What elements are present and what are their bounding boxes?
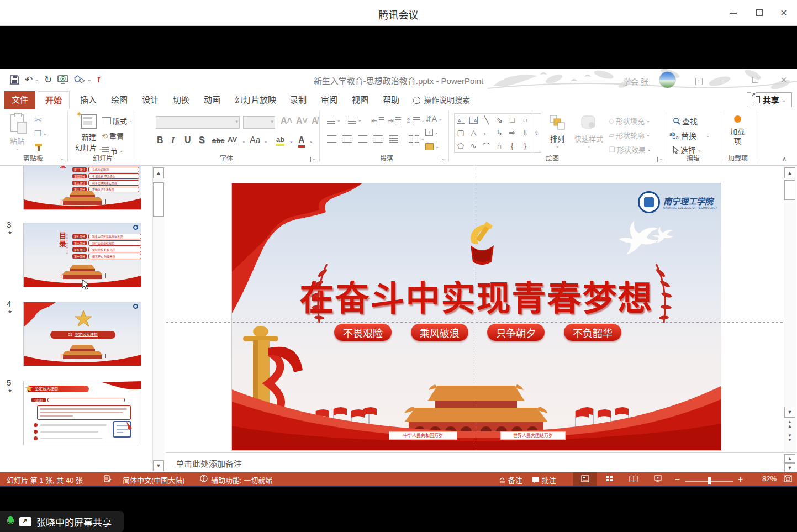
paragraph-dialog-launcher[interactable]: ⌄: [440, 157, 445, 162]
zoom-out-button[interactable]: −: [675, 475, 680, 484]
text-shadow-button[interactable]: S: [199, 135, 205, 145]
thumbnail-slide-3[interactable]: 目录 CONTENTS 第七部分铸牢中华民族共同体意识 第八部分践行公民道德规范…: [23, 223, 141, 287]
rounded-rectangle-shape[interactable]: ▢: [455, 127, 467, 139]
account-name[interactable]: 学会 张: [623, 76, 648, 87]
thumbnail-scroll-up-button[interactable]: ▲: [153, 167, 164, 178]
right-brace-shape[interactable]: }: [519, 140, 531, 152]
previous-slide-button[interactable]: ▲▲: [785, 420, 795, 429]
font-size-combobox[interactable]: [243, 116, 275, 129]
tab-review[interactable]: 审阅: [314, 91, 345, 109]
triangle-shape[interactable]: △: [467, 127, 479, 139]
slide-scrollbar-thumb[interactable]: [784, 180, 795, 200]
notes-scroll-down-button[interactable]: ▼: [784, 463, 795, 472]
shapes-gallery[interactable]: A A ╲ ⇘ □ ○ ▢ △ ⌐ ↳ ⇨ ⇩ ⬠ ∿ ⌒ ∩ { }: [454, 113, 532, 153]
font-color-button[interactable]: A: [298, 135, 305, 148]
smartart-convert-button[interactable]: ⌄: [425, 143, 439, 150]
tab-home[interactable]: 开始: [38, 91, 70, 109]
increase-indent-button[interactable]: ⇥: [388, 117, 401, 125]
tab-transitions[interactable]: 切换: [166, 91, 197, 109]
cut-icon[interactable]: ✂: [34, 114, 42, 126]
curve-shape[interactable]: ∩: [493, 140, 505, 152]
tab-view[interactable]: 视图: [345, 91, 376, 109]
columns-button[interactable]: ⌄: [409, 135, 425, 143]
normal-view-button[interactable]: [573, 472, 597, 486]
thumbnail-scroll-down-button[interactable]: ▼: [153, 460, 164, 471]
elbow-connector-shape[interactable]: ⌐: [481, 127, 493, 139]
thumbnail-slide-2[interactable]: 录 第三部分弘扬抗疫精神 第四部分牢记党史 不忘初心 第五部分树牢总体国家安全观…: [23, 166, 141, 210]
ribbon-display-options-button[interactable]: ↑: [689, 73, 708, 87]
slide-canvas[interactable]: 南宁理工学院 NANNING COLLEGE OF TECHNOLOGY: [232, 183, 721, 450]
next-slide-button[interactable]: ▼▼: [785, 434, 795, 443]
language-indicator[interactable]: 简体中文(中国大陆): [123, 475, 185, 485]
quick-styles-button[interactable]: 快速样式⌄: [574, 114, 603, 149]
zoom-level[interactable]: 82%: [762, 475, 777, 483]
line-spacing-button[interactable]: ⇕⌄: [405, 117, 425, 125]
distribute-button[interactable]: [389, 135, 398, 143]
vertical-guide[interactable]: [476, 166, 476, 450]
ppt-minimize-button[interactable]: —: [718, 73, 737, 87]
tab-file[interactable]: 文件: [4, 91, 35, 109]
slideshow-view-button[interactable]: [646, 472, 669, 486]
tell-me-search[interactable]: 操作说明搜索: [413, 91, 470, 109]
tab-draw[interactable]: 绘图: [104, 91, 135, 109]
notes-scroll-up-button[interactable]: ▲: [784, 454, 795, 463]
character-spacing-button[interactable]: AV: [228, 135, 237, 144]
comments-toggle[interactable]: 批注: [532, 475, 556, 485]
tab-help[interactable]: 帮助: [376, 91, 407, 109]
fit-to-window-button[interactable]: [784, 475, 792, 483]
shape-effects-button[interactable]: ❑形状效果⌄: [609, 144, 651, 155]
text-direction-button[interactable]: ⇵A⌄: [425, 114, 442, 123]
notes-toggle[interactable]: 备注: [499, 475, 522, 485]
elbow-arrow-shape[interactable]: ↳: [493, 127, 505, 139]
clear-formatting-button[interactable]: A̸: [312, 116, 318, 126]
tab-insert[interactable]: 插入: [73, 91, 104, 109]
shape-fill-button[interactable]: ◇形状填充⌄: [609, 115, 650, 126]
right-arrow-shape[interactable]: ⇨: [506, 127, 518, 139]
strikethrough-button[interactable]: abc: [212, 136, 224, 145]
meeting-close-button[interactable]: ✕: [775, 8, 792, 19]
shape-outline-button[interactable]: ▱形状轮廓⌄: [609, 130, 650, 140]
addins-button[interactable]: 加载项: [727, 115, 748, 146]
thumbnail-slide-4[interactable]: 01 坚定远大理想: [23, 302, 141, 366]
align-text-button[interactable]: ↕⌄: [425, 129, 439, 136]
find-button[interactable]: 查找: [673, 115, 698, 127]
align-center-button[interactable]: [342, 135, 352, 143]
textbox-shape[interactable]: A: [455, 114, 467, 126]
decrease-font-button[interactable]: A˅: [296, 116, 308, 126]
arrow-line-shape[interactable]: ⇘: [493, 114, 505, 126]
reset-button[interactable]: ⟲重置: [102, 131, 124, 141]
align-right-button[interactable]: [358, 135, 367, 143]
reading-view-button[interactable]: [622, 472, 645, 486]
highlight-button[interactable]: ab: [276, 135, 284, 146]
accessibility-icon[interactable]: [200, 475, 208, 483]
format-painter-icon[interactable]: [34, 143, 43, 151]
thumbnail-slide-5[interactable]: 坚定远大理想 《论语》: [23, 381, 141, 445]
tab-slideshow[interactable]: 幻灯片放映: [228, 91, 283, 109]
freeform-shape[interactable]: ⬠: [455, 140, 467, 152]
tab-design[interactable]: 设计: [135, 91, 166, 109]
horizontal-guide[interactable]: [166, 322, 783, 323]
bullets-button[interactable]: ⌄: [327, 117, 341, 124]
decrease-indent-button[interactable]: ⇤: [371, 117, 384, 125]
copy-icon[interactable]: ❐⌄: [34, 129, 47, 139]
new-slide-button[interactable]: 新建 幻灯片 ⌄: [75, 114, 102, 152]
arc-shape[interactable]: ⌒: [481, 140, 493, 152]
oval-shape[interactable]: ○: [519, 114, 531, 126]
microphone-icon[interactable]: [7, 516, 14, 527]
drawing-dialog-launcher[interactable]: ⌄: [657, 157, 663, 162]
collapse-ribbon-button[interactable]: ∧: [782, 155, 787, 162]
change-case-button[interactable]: Aa: [250, 135, 261, 145]
tab-animations[interactable]: 动画: [197, 91, 228, 109]
scribble-shape[interactable]: ∿: [467, 140, 479, 152]
bold-button[interactable]: B: [157, 135, 163, 145]
ppt-close-button[interactable]: ✕: [774, 73, 793, 87]
account-avatar[interactable]: [659, 71, 676, 88]
font-dialog-launcher[interactable]: ⌄: [310, 157, 316, 162]
notes-pane[interactable]: [166, 452, 797, 472]
increase-font-button[interactable]: A˄: [281, 116, 292, 126]
tab-record[interactable]: 录制: [283, 91, 314, 109]
slide-sorter-view-button[interactable]: [598, 472, 621, 486]
line-shape[interactable]: ╲: [481, 114, 493, 126]
meeting-maximize-button[interactable]: [751, 8, 768, 19]
clipboard-dialog-launcher[interactable]: ⌄: [59, 157, 64, 162]
